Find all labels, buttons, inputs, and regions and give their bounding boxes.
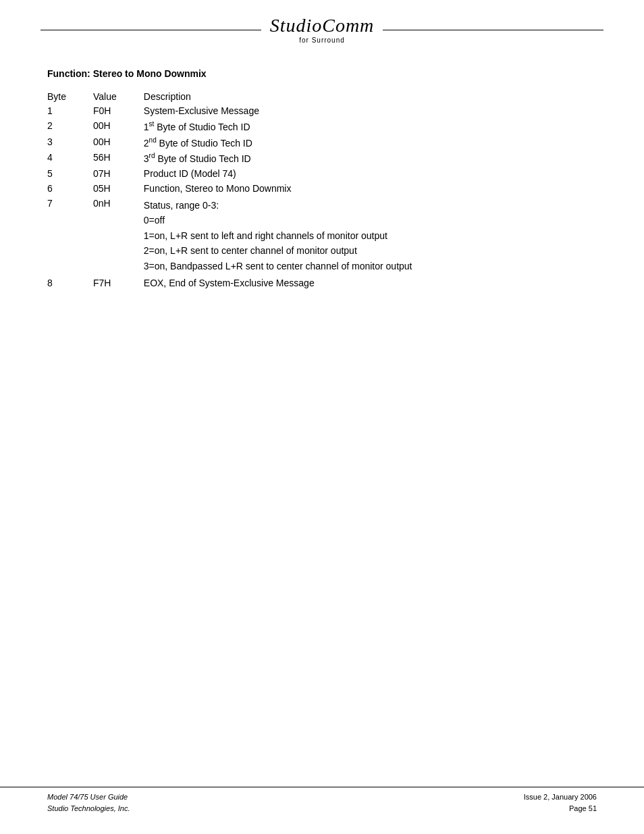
cell-byte: 6 bbox=[47, 181, 93, 196]
table-row: 5 07H Product ID (Model 74) bbox=[47, 166, 597, 181]
cell-value: F0H bbox=[93, 103, 144, 118]
desc-line-5: 3=on, Bandpassed L+R sent to center chan… bbox=[144, 261, 412, 271]
cell-desc: 2nd Byte of Studio Tech ID bbox=[144, 134, 597, 151]
cell-byte: 1 bbox=[47, 103, 93, 118]
header-line-left bbox=[41, 30, 261, 31]
cell-value: 0nH bbox=[93, 196, 144, 276]
logo-text: StudioComm bbox=[270, 16, 375, 35]
section-title: Function: Stereo to Mono Downmix bbox=[47, 68, 597, 79]
cell-desc: 3rd Byte of Studio Tech ID bbox=[144, 150, 597, 166]
cell-byte: 8 bbox=[47, 276, 93, 290]
cell-value: F7H bbox=[93, 276, 144, 290]
cell-desc-multiline: Status, range 0-3: 0=off 1=on, L+R sent … bbox=[144, 196, 597, 276]
superscript: rd bbox=[149, 152, 155, 159]
cell-value: 56H bbox=[93, 150, 144, 166]
cell-value: 07H bbox=[93, 166, 144, 181]
superscript: st bbox=[149, 120, 155, 128]
superscript: nd bbox=[149, 136, 157, 144]
table-row: 8 F7H EOX, End of System-Exclusive Messa… bbox=[47, 276, 597, 290]
cell-byte: 2 bbox=[47, 118, 93, 134]
cell-desc: EOX, End of System-Exclusive Message bbox=[144, 276, 597, 290]
cell-byte: 3 bbox=[47, 134, 93, 151]
table-header-row: Byte Value Description bbox=[47, 90, 597, 103]
header-line-right bbox=[383, 30, 603, 31]
col-header-byte: Byte bbox=[47, 90, 93, 103]
cell-byte: 4 bbox=[47, 150, 93, 166]
table-row: 3 00H 2nd Byte of Studio Tech ID bbox=[47, 134, 597, 151]
desc-line-2: 0=off bbox=[144, 215, 165, 226]
footer-issue: Issue 2, January 2006 bbox=[524, 791, 597, 803]
table-row: 1 F0H System-Exclusive Message bbox=[47, 103, 597, 118]
cell-byte: 7 bbox=[47, 196, 93, 276]
main-content: Function: Stereo to Mono Downmix Byte Va… bbox=[0, 55, 644, 344]
cell-desc: 1st Byte of Studio Tech ID bbox=[144, 118, 597, 134]
cell-desc: System-Exclusive Message bbox=[144, 103, 597, 118]
cell-desc: Function, Stereo to Mono Downmix bbox=[144, 181, 597, 196]
footer-right: Issue 2, January 2006 Page 51 bbox=[524, 791, 597, 814]
cell-desc: Product ID (Model 74) bbox=[144, 166, 597, 181]
cell-value: 00H bbox=[93, 134, 144, 151]
footer-company: Studio Technologies, Inc. bbox=[47, 803, 130, 814]
page: StudioComm for Surround Function: Stereo… bbox=[0, 0, 644, 834]
data-table: Byte Value Description 1 F0H System-Excl… bbox=[47, 90, 597, 290]
table-row: 4 56H 3rd Byte of Studio Tech ID bbox=[47, 150, 597, 166]
table-row: 2 00H 1st Byte of Studio Tech ID bbox=[47, 118, 597, 134]
table-row: 6 05H Function, Stereo to Mono Downmix bbox=[47, 181, 597, 196]
footer-page: Page 51 bbox=[524, 803, 597, 814]
footer-model: Model 74/75 User Guide bbox=[47, 791, 130, 803]
col-header-desc: Description bbox=[144, 90, 597, 103]
footer-left: Model 74/75 User Guide Studio Technologi… bbox=[47, 791, 130, 814]
desc-line-1: Status, range 0-3: bbox=[144, 200, 219, 211]
desc-line-3: 1=on, L+R sent to left and right channel… bbox=[144, 230, 387, 241]
cell-value: 05H bbox=[93, 181, 144, 196]
desc-line-4: 2=on, L+R sent to center channel of moni… bbox=[144, 245, 357, 256]
footer: Model 74/75 User Guide Studio Technologi… bbox=[0, 787, 644, 814]
header: StudioComm for Surround bbox=[0, 0, 644, 55]
logo-area: StudioComm for Surround bbox=[268, 16, 376, 44]
cell-byte: 5 bbox=[47, 166, 93, 181]
table-row: 7 0nH Status, range 0-3: 0=off 1=on, L+R… bbox=[47, 196, 597, 276]
logo-subtitle: for Surround bbox=[299, 36, 345, 44]
col-header-value: Value bbox=[93, 90, 144, 103]
cell-value: 00H bbox=[93, 118, 144, 134]
